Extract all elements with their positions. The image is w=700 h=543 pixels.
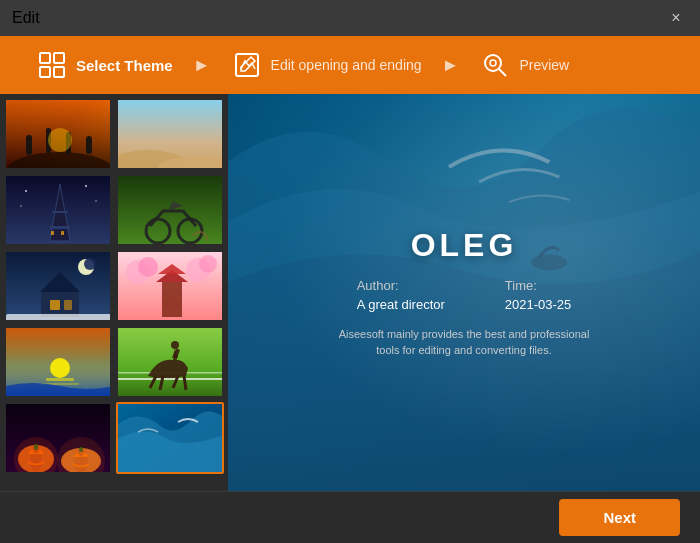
theme-thumbnail-6[interactable] [116, 250, 224, 322]
step-arrow-1: ► [193, 55, 211, 76]
svg-rect-40 [162, 282, 182, 317]
svg-line-6 [499, 69, 506, 76]
step-arrow-2: ► [442, 55, 460, 76]
close-button[interactable]: × [664, 6, 688, 30]
preview-panel: OLEG Author: A great director Time: 2021… [228, 94, 700, 491]
svg-rect-1 [54, 53, 64, 63]
meta-time-col: Time: 2021-03-25 [505, 278, 572, 312]
svg-rect-21 [52, 211, 68, 213]
time-label: Time: [505, 278, 572, 293]
time-value: 2021-03-25 [505, 297, 572, 312]
theme-thumbnail-2[interactable] [116, 98, 224, 170]
preview-icon [479, 49, 511, 81]
svg-rect-27 [61, 231, 64, 235]
svg-rect-10 [26, 135, 32, 155]
svg-point-14 [48, 128, 72, 152]
main-content: OLEG Author: A great director Time: 2021… [0, 94, 700, 491]
svg-rect-49 [46, 378, 74, 381]
step-preview[interactable]: Preview [463, 49, 585, 81]
svg-rect-36 [6, 314, 110, 320]
title-bar-title: Edit [12, 9, 40, 27]
theme-thumbnail-9[interactable] [4, 402, 112, 474]
thumbnail-grid [4, 98, 224, 474]
svg-point-5 [485, 55, 501, 71]
svg-rect-26 [51, 231, 54, 235]
theme-thumbnail-3[interactable] [4, 174, 112, 246]
svg-rect-34 [50, 300, 60, 310]
theme-thumbnail-10[interactable] [116, 402, 224, 474]
step-bar: Select Theme ► Edit opening and ending ►… [0, 36, 700, 94]
svg-rect-4 [236, 54, 258, 76]
svg-line-58 [184, 376, 186, 390]
svg-point-46 [199, 255, 217, 273]
preview-meta: Author: A great director Time: 2021-03-2… [357, 278, 572, 312]
svg-point-48 [50, 358, 70, 378]
preview-description: Aiseesoft mainly provides the best and p… [334, 326, 594, 359]
meta-author-col: Author: A great director [357, 278, 445, 312]
svg-point-7 [490, 60, 496, 66]
theme-thumbnail-4[interactable] [116, 174, 224, 246]
preview-text-overlay: OLEG Author: A great director Time: 2021… [228, 94, 700, 491]
step-edit-opening[interactable]: Edit opening and ending [215, 49, 438, 81]
theme-thumbnail-5[interactable] [4, 250, 112, 322]
svg-rect-3 [54, 67, 64, 77]
author-label: Author: [357, 278, 445, 293]
svg-point-23 [85, 185, 87, 187]
svg-rect-13 [86, 136, 92, 154]
step-edit-opening-label: Edit opening and ending [271, 57, 422, 73]
svg-point-38 [84, 258, 96, 270]
step-select-theme[interactable]: Select Theme [20, 49, 189, 81]
svg-point-44 [138, 257, 158, 277]
theme-thumbnail-1[interactable] [4, 98, 112, 170]
author-value: A great director [357, 297, 445, 312]
next-button[interactable]: Next [559, 499, 680, 536]
svg-point-54 [171, 341, 179, 349]
svg-rect-0 [40, 53, 50, 63]
step-preview-label: Preview [519, 57, 569, 73]
theme-thumbnail-7[interactable] [4, 326, 112, 398]
svg-rect-35 [64, 300, 72, 310]
select-theme-icon [36, 49, 68, 81]
title-bar: Edit × [0, 0, 700, 36]
svg-point-25 [20, 205, 22, 207]
bottom-bar: Next [0, 491, 700, 543]
svg-point-22 [25, 190, 27, 192]
preview-title: OLEG [411, 227, 518, 264]
svg-rect-52 [118, 378, 222, 380]
theme-thumbnail-8[interactable] [116, 326, 224, 398]
svg-point-24 [95, 200, 97, 202]
step-select-theme-label: Select Theme [76, 57, 173, 74]
edit-opening-icon [231, 49, 263, 81]
svg-rect-2 [40, 67, 50, 77]
thumbnail-panel[interactable] [0, 94, 228, 491]
svg-rect-20 [50, 226, 70, 229]
